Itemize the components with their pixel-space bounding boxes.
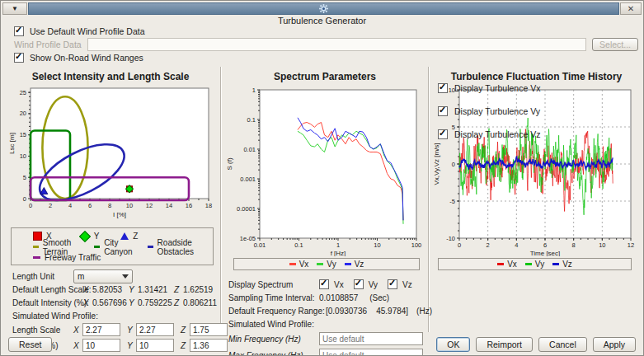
svg-text:14: 14 [166,202,172,209]
svg-text:25: 25 [20,89,26,96]
axis-z-label: Z [174,285,183,294]
reimport-button[interactable]: Reimport [476,337,533,352]
svg-text:2: 2 [49,202,52,209]
svg-text:6: 6 [543,241,547,249]
length-unit-dropdown[interactable]: m [73,269,133,283]
default-length-z: 1.62519 [183,285,219,294]
svg-text:8: 8 [572,241,576,249]
svg-text:0.001: 0.001 [240,176,256,183]
svg-text:0.0001: 0.0001 [237,205,256,213]
svg-text:2: 2 [487,241,490,249]
default-intensity-x: 0.567696 [92,298,129,307]
svg-text:100: 100 [411,241,422,249]
legend-label: Vx [299,260,309,269]
turbulence-generator-dialog: ▼ ✕ Turbulence Generator Use Default Win… [0,0,644,356]
axis-y-label: Y [129,298,138,307]
cancel-button[interactable]: Cancel [538,337,587,352]
svg-text:0.1: 0.1 [294,241,303,249]
titlebar-drag-area[interactable] [28,2,619,15]
intensity-length-legend: XYZSmooth TerrainCity CanyonRoadside Obs… [11,227,214,265]
titlebar: ▼ ✕ [2,2,642,15]
use-default-wind-profile-checkbox[interactable] [14,26,24,36]
checkbox-label: Vx [334,280,344,289]
legend-item-vy: Vy [525,260,544,269]
close-button[interactable]: ✕ [620,2,642,15]
time-history-panel: Turbulence Fluctuation Time History 0246… [430,65,643,334]
length-scale-label: Length Scale [12,326,73,335]
intensity-length-panel: Select Intensity and Length Scale 024681… [1,65,220,334]
display-turbulence-row: Display Turbulence Vy [438,106,540,116]
gear-icon [319,4,328,13]
wind-profile-data-input[interactable] [87,38,586,51]
svg-text:1: 1 [252,87,256,94]
show-onroad-row: Show On-Road Wind Ranges [14,53,143,63]
display-turbulence-row: Display Turbulence Vx [438,83,540,93]
axis-x-label: X [73,326,82,335]
panel-title-time-history: Turbulence Fluctuation Time History [430,71,643,83]
legend-label: Vy [327,260,336,269]
reset-button[interactable]: Reset [8,337,52,352]
svg-text:15: 15 [20,131,26,138]
display-spectrum-label: Display Spectrum [228,280,319,289]
legend-region-roadside-obstacles: Roadside Obstacles [148,238,213,256]
legend-label: Vx [507,260,517,269]
svg-text:1: 1 [336,241,340,249]
svg-text:0.01: 0.01 [243,146,256,153]
svg-text:4: 4 [68,202,72,209]
apply-button[interactable]: Apply [593,337,636,352]
legend-label: Vz [562,260,572,269]
display-spectrum-vx-checkbox[interactable] [319,279,329,289]
display-turbulence-vx-checkbox[interactable] [438,83,448,93]
svg-text:Time [sec]: Time [sec] [530,250,561,256]
length-unit-value: m [78,272,84,281]
display-spectrum-vy-checkbox[interactable] [354,279,364,289]
legend-item-vx: Vx [497,260,517,269]
sampling-interval-label: Sampling Time Interval: [228,293,319,302]
length-scale-y-input[interactable] [136,323,174,336]
select-file-button[interactable]: Select... [592,38,638,51]
checkbox-label: Display Turbulence Vx [454,83,540,93]
checkbox-label: Vz [402,280,412,289]
simulated-wind-profile-label: Simulated Wind Profile: [12,312,98,321]
svg-text:-10: -10 [446,235,455,242]
legend-region-city-canyon: City Canyon [94,238,137,256]
dialog-title: Turbulence Generator [1,16,643,26]
svg-text:12: 12 [146,202,153,209]
legend-label: Vy [535,260,544,269]
display-turbulence-vz-checkbox[interactable] [438,129,448,139]
checkbox-label: Display Turbulence Vz [454,129,540,139]
svg-text:16: 16 [186,202,192,209]
svg-text:1e-05: 1e-05 [240,235,256,242]
use-default-wind-profile-row: Use Default Wind Profile Data [14,26,144,36]
window-menu-button[interactable]: ▼ [2,2,27,15]
ok-button[interactable]: OK [436,337,470,352]
spectrum-chart[interactable]: 0.010.111010010.10.010.0010.00011e-05f [… [223,83,426,256]
menu-arrow-icon: ▼ [12,5,18,12]
show-onroad-checkbox[interactable] [14,53,24,63]
line-swatch-icon [33,246,39,248]
line-swatch-icon [33,256,40,259]
line-swatch-icon [289,263,296,265]
svg-text:4: 4 [515,241,518,249]
wind-profile-data-row: Wind Profile Data Select... [14,38,638,51]
spectrum-panel: Spectrum Parameters 0.010.111010010.10.0… [222,65,428,334]
line-swatch-icon [94,246,100,248]
svg-text:0: 0 [29,202,32,209]
axis-z-label: Z [174,298,183,307]
intensity-length-chart[interactable]: 0246810121416180510152025I [%]Lsc [m] [6,83,215,225]
default-length-x: 5.82053 [92,285,129,294]
line-swatch-icon [525,263,532,265]
svg-text:f [Hz]: f [Hz] [331,250,346,256]
svg-text:18: 18 [205,202,212,209]
display-turbulence-row: Display Turbulence Vz [438,129,540,139]
svg-text:-5: -5 [449,198,455,205]
length-unit-label: Length Unit [12,272,73,281]
display-spectrum-vz-checkbox[interactable] [388,279,397,289]
checkbox-label: Vy [369,280,378,289]
chevron-down-icon [122,274,129,279]
checkbox-label: Display Turbulence Vy [454,106,540,116]
legend-label: Roadside Obstacles [157,238,213,256]
legend-item-vx: Vx [289,260,309,269]
length-scale-x-input[interactable] [82,323,120,336]
display-turbulence-vy-checkbox[interactable] [438,106,448,116]
